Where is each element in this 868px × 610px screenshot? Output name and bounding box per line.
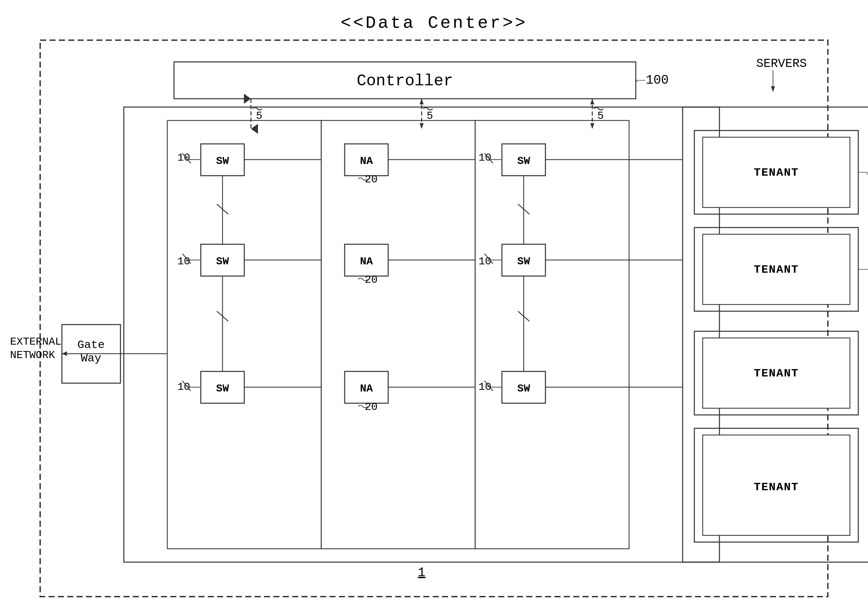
- svg-text:100: 100: [646, 73, 668, 87]
- svg-text:NA: NA: [360, 155, 373, 167]
- svg-text:TENANT: TENANT: [754, 166, 799, 179]
- svg-marker-16: [420, 123, 424, 129]
- svg-text:TENANT: TENANT: [754, 367, 799, 380]
- svg-text:SW: SW: [216, 382, 229, 395]
- svg-text:SW: SW: [517, 382, 530, 395]
- svg-text:1: 1: [418, 565, 426, 580]
- svg-text:10: 10: [177, 152, 190, 164]
- svg-text:Gate: Gate: [77, 339, 105, 351]
- svg-text:10: 10: [177, 255, 190, 268]
- svg-text:Controller: Controller: [357, 72, 453, 90]
- svg-marker-20: [590, 123, 594, 129]
- svg-text:TENANT: TENANT: [754, 263, 799, 276]
- svg-rect-45: [321, 121, 475, 549]
- svg-rect-58: [475, 121, 629, 549]
- svg-text:SERVERS: SERVERS: [756, 57, 807, 71]
- svg-text:SW: SW: [216, 255, 229, 268]
- svg-text:TENANT: TENANT: [754, 481, 799, 494]
- svg-text:10: 10: [479, 255, 491, 268]
- svg-text:EXTERNAL: EXTERNAL: [10, 336, 62, 348]
- svg-marker-19: [590, 99, 594, 104]
- svg-rect-22: [167, 121, 321, 549]
- svg-text:SW: SW: [517, 255, 530, 268]
- svg-text:SW: SW: [517, 155, 530, 167]
- svg-text:NETWORK: NETWORK: [10, 349, 55, 361]
- svg-marker-15: [420, 99, 424, 104]
- svg-marker-8: [771, 86, 775, 92]
- svg-text:NA: NA: [360, 382, 373, 395]
- svg-text:NA: NA: [360, 255, 373, 268]
- svg-text:SW: SW: [216, 155, 229, 167]
